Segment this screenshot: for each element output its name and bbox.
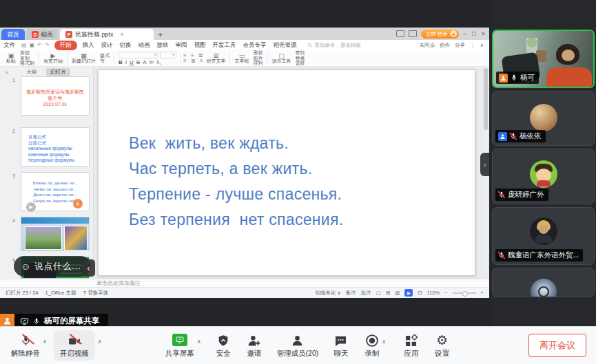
copy-button[interactable]: 复制 [20,56,34,61]
collapse-ribbon-icon[interactable]: ∧ [480,42,484,48]
menu-file[interactable]: 文件 [0,41,19,50]
print-icon[interactable]: ▣ [30,42,35,48]
layout-button[interactable]: 版式 [100,53,110,58]
menu-view[interactable]: 视图 [191,41,209,50]
new-tab-button[interactable]: + [158,30,163,40]
strikethrough-button[interactable]: S [136,60,140,65]
underline-button[interactable]: U [130,60,134,65]
participant-tile-yangke[interactable]: 杨可 [492,30,595,88]
participant-tile-weitongyu[interactable]: 魏童语广东外语外贸... [492,207,595,265]
save-icon[interactable]: ▤ [21,42,27,48]
fit-window-icon[interactable]: ⊡ [418,290,422,296]
view-reading-icon[interactable]: ▥ [395,290,400,296]
play-from-current-button[interactable]: ▶当页开始 [41,53,65,64]
close-window-button[interactable]: × [482,30,485,37]
menu-docer-res[interactable]: 稻壳资源 [270,41,300,50]
zoom-in-button[interactable]: + [481,290,484,296]
grid-view-icon[interactable] [409,30,417,37]
theme-name[interactable]: 1_Office 主题 [45,290,76,297]
menu-insert[interactable]: 插入 [79,41,98,50]
menu-slideshow[interactable]: 放映 [154,41,172,50]
slide-thumbnail-1[interactable]: 俄罗斯民间童话与俄罗斯民族个性 2022.07.01 [21,76,90,116]
login-button[interactable]: 立即登录● [421,30,459,39]
start-video-chevron[interactable]: ∧ [98,339,102,345]
record-chevron[interactable]: ∧ [382,339,386,345]
scrollbar-thumb[interactable] [484,68,488,130]
settings-button[interactable]: ⚙ 设置 [435,332,449,358]
unmute-button[interactable]: 解除静音 [11,332,40,358]
participant-tile-5[interactable] [492,268,595,297]
align-text-button[interactable]: ⊞对齐文本 [204,53,227,64]
slideshow-play-button[interactable]: ▶ [404,289,413,297]
tab-document[interactable]: P民族性格.pptx× [60,29,154,40]
undo-icon[interactable]: ↶ [37,42,42,48]
manage-members-button[interactable]: 管理成员(20) [277,332,319,358]
view-sorter-icon[interactable]: ⊞ [386,290,390,296]
layout-switch-icon[interactable] [396,30,404,37]
cut-button[interactable]: 剪切 [20,50,34,56]
picture-button[interactable]: 图片 [253,56,263,61]
participant-tile-pangyanting[interactable]: 庞研婷广外 [492,149,595,204]
bold-button[interactable]: B [119,60,123,65]
font-color-button[interactable]: A [143,60,146,65]
replace-button[interactable]: 替换 [295,56,305,61]
more-icon[interactable]: ⋮ [470,42,475,48]
presentation-tools-button[interactable]: ▢演示工具 [269,53,293,64]
font-size-dropdown[interactable] [160,52,176,58]
font-name-dropdown[interactable] [119,52,158,58]
command-search[interactable]: 查找命令，搜索模板 [307,42,362,49]
collaborate-button[interactable]: 协作 [440,42,450,49]
sync-status[interactable]: 未同步 [420,42,435,49]
security-button[interactable]: 安全 [216,332,231,358]
emoji-icon[interactable]: ☺ [21,261,30,272]
menu-member[interactable]: 会员专享 [240,41,270,50]
menu-design[interactable]: 设计 [98,41,116,50]
menu-transition[interactable]: 切换 [116,41,135,50]
sidebar-collapse-handle[interactable]: › [480,153,489,176]
section-button[interactable]: 节 [100,58,110,64]
view-normal-icon[interactable]: ▢ [376,290,381,296]
replace-font-button[interactable]: 替换字体 [88,290,108,297]
current-slide[interactable]: Век жить, век ждать. Час терпеть, а век … [98,69,475,276]
zoom-out-button[interactable]: − [444,290,447,296]
arrange-button[interactable]: 排列 [253,61,263,66]
invite-button[interactable]: 邀请 [247,332,262,358]
play-slide-button[interactable]: ▶ [26,202,36,212]
quick-chat-bubble[interactable]: ☺ 说点什么... [14,256,91,277]
new-slide-button[interactable]: ▦新建幻灯片 [70,53,98,64]
menu-review[interactable]: 审阅 [172,41,191,50]
zoom-slider[interactable] [453,292,476,294]
add-slide-button[interactable]: + [73,199,83,208]
format-painter-button[interactable]: 格式刷 [20,61,34,66]
slide-thumbnail-2[interactable]: 首尾公式 过渡公式 начальные формулы конечные фор… [21,127,90,167]
comments-toggle[interactable]: 批注 [361,290,371,297]
start-video-button[interactable]: 开启视频 [54,330,95,361]
tab-docer[interactable]: D稻壳 [26,29,59,40]
subscript-button[interactable]: X₂ [156,60,161,65]
bubble-collapse-button[interactable]: ‹ [82,259,95,277]
tab-home[interactable]: 首页 [1,29,25,40]
leave-meeting-button[interactable]: 离开会议 [528,334,586,357]
notes-toggle[interactable]: 备注 [346,290,356,297]
menu-start[interactable]: 开始 [54,41,77,50]
close-tab-icon[interactable]: × [121,31,124,38]
paragraph-group[interactable]: ≡ ≡ ≣≡ ≣ ≡ [183,53,204,64]
menu-devtools[interactable]: 开发工具 [209,41,240,50]
tab-slides[interactable]: 幻灯片 [46,68,70,76]
select-button[interactable]: 选择 [295,61,305,66]
collapse-panel-button[interactable]: « [6,69,8,76]
italic-button[interactable]: I [125,60,127,65]
record-button[interactable]: 录制 [364,332,379,358]
redo-icon[interactable]: ↷ [45,42,50,48]
share-screen-button[interactable]: 共享屏幕 [165,332,194,358]
paste-button[interactable]: ▣粘贴 [4,53,18,64]
text-box-button[interactable]: ▭文本框 [232,53,251,64]
chat-button[interactable]: 聊天 [333,332,348,358]
share-button[interactable]: 分享 [455,42,465,49]
restore-button[interactable]: □ [472,30,475,37]
minimize-button[interactable]: − [463,30,466,37]
participant-tile-yangyiyi[interactable]: 杨依依 [492,91,595,146]
beautify-button[interactable]: 智能美化 ∨ [315,290,341,297]
notes-pane[interactable]: 单击此处添加备注 [0,279,489,287]
menu-animation[interactable]: 动画 [135,41,154,50]
